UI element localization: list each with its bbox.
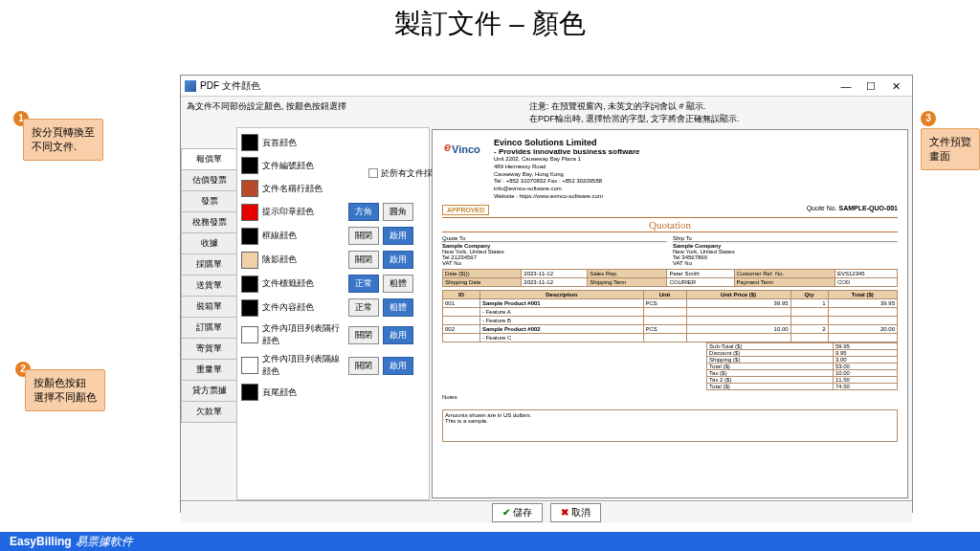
tab-proforma[interactable]: 估價發票	[181, 169, 236, 190]
instructions-right-1: 注意: 在預覽視窗內, 未英文的字詞會以 # 顯示.	[529, 100, 906, 113]
check-icon: ✔	[502, 507, 510, 518]
color-label: 文件編號顔色	[262, 160, 345, 172]
color-swatch[interactable]	[241, 326, 258, 343]
instructions-row: 為文件不同部份設定顏色, 按顏色按鈕選擇 注意: 在預覽視窗內, 未英文的字詞會…	[181, 97, 912, 127]
dialog-window: PDF 文件顔色 — ☐ ✕ 為文件不同部份設定顏色, 按顏色按鈕選擇 注意: …	[180, 75, 913, 513]
quote-to-block: Quote To Sample CompanyNew York, United …	[442, 235, 667, 266]
tab-packing-list[interactable]: 裝箱單	[181, 296, 236, 317]
color-swatch[interactable]	[241, 134, 258, 151]
callout-1: 按分頁轉換至 不同文件.	[23, 119, 103, 161]
option-btn-1[interactable]: 關閉	[348, 251, 379, 269]
document-type-title: Quotation	[442, 217, 898, 232]
apply-all-checkbox[interactable]	[368, 168, 378, 178]
meta-table: Date (${})2023-11-12Sales Rep.Peter Smit…	[442, 269, 898, 287]
option-btn-1[interactable]: 方角	[348, 203, 379, 221]
color-label: 框線顔色	[262, 230, 345, 242]
color-label: 文件內項目列表隔線顔色	[262, 353, 345, 378]
instructions-right: 注意: 在預覽視窗內, 未英文的字詞會以 # 顯示. 在PDF輸出時, 選擇恰當…	[529, 100, 906, 125]
color-row-7: 文件內容顔色正常粗體	[241, 298, 425, 317]
tab-debit-note[interactable]: 欠款單	[181, 401, 236, 423]
color-swatch[interactable]	[241, 276, 258, 293]
color-row-10: 頁尾顔色	[241, 384, 425, 401]
quote-number: Quote No. SAMPLE-QUO-001	[807, 205, 898, 211]
option-btn-2[interactable]: 啟用	[383, 227, 413, 245]
color-swatch[interactable]	[241, 204, 258, 221]
tab-credit-note[interactable]: 貸方票據	[181, 380, 236, 401]
titlebar: PDF 文件顔色 — ☐ ✕	[181, 76, 912, 97]
color-row-8: 文件內項目列表隔行顔色關閉啟用	[241, 322, 425, 347]
option-btn-2[interactable]: 圓角	[383, 203, 413, 221]
color-label: 提示印章顔色	[262, 206, 345, 218]
tab-purchase-order[interactable]: 採購單	[181, 253, 236, 275]
color-label: 文件內容顔色	[262, 301, 345, 314]
app-icon	[185, 80, 196, 92]
color-label: 頁尾顔色	[262, 386, 345, 399]
document-tabs: 報價單 估價發票 發票 稅務發票 收據 採購單 送貨單 裝箱單 訂購單 寄貨單 …	[181, 148, 236, 500]
tab-delivery-note[interactable]: 送貨單	[181, 275, 236, 296]
preview-company-tagline: - Provides innovative business software	[494, 147, 898, 156]
color-row-4: 框線顔色關閉啟用	[241, 227, 425, 245]
option-btn-1[interactable]: 正常	[348, 298, 379, 317]
window-title: PDF 文件顔色	[200, 79, 260, 93]
footer-bar: EasyBilling 易票據軟件	[0, 532, 980, 551]
color-label: 文件標籤顔色	[262, 277, 345, 290]
color-swatch[interactable]	[241, 252, 258, 269]
color-label: 頁首顔色	[262, 137, 345, 149]
tab-shipping[interactable]: 寄貨單	[181, 338, 236, 359]
color-row-3: 提示印章顔色方角圓角	[241, 203, 425, 221]
option-btn-1[interactable]: 關閉	[348, 357, 379, 375]
option-btn-1[interactable]: 關閉	[348, 326, 379, 344]
preview-logo: eVinco	[442, 138, 488, 165]
color-label: 文件內項目列表隔行顔色	[262, 322, 345, 347]
option-btn-2[interactable]: 粗體	[383, 275, 413, 293]
option-btn-1[interactable]: 正常	[348, 275, 379, 293]
approved-stamp: APPROVED	[442, 205, 489, 215]
color-row-2: 文件名稱行顔色	[241, 180, 425, 197]
preview-company-name: Evinco Solutions Limited	[494, 138, 898, 147]
tab-weight-list[interactable]: 重量單	[181, 359, 236, 380]
color-label: 文件名稱行顔色	[262, 183, 345, 195]
save-button[interactable]: ✔儲存	[492, 503, 543, 522]
tab-tax-invoice[interactable]: 稅務發票	[181, 211, 236, 232]
color-swatch[interactable]	[241, 357, 258, 374]
color-swatch[interactable]	[241, 299, 258, 317]
maximize-button[interactable]: ☐	[858, 77, 883, 95]
instructions-left: 為文件不同部份設定顏色, 按顏色按鈕選擇	[187, 100, 529, 125]
tab-invoice[interactable]: 發票	[181, 190, 236, 211]
notes-label: Notes	[442, 394, 898, 400]
color-label: 陰影顔色	[262, 253, 345, 266]
left-pane: 報價單 估價發票 發票 稅務發票 收據 採購單 送貨單 裝箱單 訂購單 寄貨單 …	[181, 127, 430, 500]
color-swatch[interactable]	[241, 228, 258, 245]
color-row-6: 文件標籤顔色正常粗體	[241, 275, 425, 293]
color-row-5: 陰影顔色關閉啟用	[241, 251, 425, 269]
preview-pane: eVinco Evinco Solutions Limited - Provid…	[432, 129, 908, 498]
tab-receipt[interactable]: 收據	[181, 232, 236, 253]
option-btn-2[interactable]: 啟用	[383, 251, 413, 269]
cross-icon: ✖	[561, 507, 568, 518]
bubble-3: 3	[921, 111, 936, 126]
apply-all-label: 於所有文件採用同一文件外觀	[381, 167, 430, 180]
footer-brand: EasyBilling	[10, 535, 72, 548]
callout-3: 文件預覽畫面	[921, 128, 980, 170]
color-row-9: 文件內項目列表隔線顔色關閉啟用	[241, 353, 425, 378]
minimize-button[interactable]: —	[834, 77, 858, 95]
color-swatch[interactable]	[241, 157, 258, 174]
tab-quotation[interactable]: 報價單	[181, 148, 236, 169]
option-btn-1[interactable]: 關閉	[348, 227, 379, 245]
ship-to-block: Ship To Sample CompanyNew York, United S…	[673, 235, 898, 266]
preview-address: Unit 2202, Causeway Bay Plaza 1489 Henne…	[494, 156, 898, 201]
color-swatch[interactable]	[241, 180, 258, 197]
items-table: IDDescriptionUnitUnit Price ($)QtyTotal …	[442, 290, 898, 342]
tab-ordering[interactable]: 訂購單	[181, 317, 236, 338]
close-button[interactable]: ✕	[883, 77, 908, 95]
color-swatch[interactable]	[241, 384, 258, 401]
color-settings-panel: 於所有文件採用同一文件外觀 頁首顔色文件編號顔色文件名稱行顔色提示印章顔色方角圓…	[236, 127, 430, 500]
callout-2: 按顏色按鈕 選擇不同顏色	[25, 369, 105, 411]
page-title: 製訂文件 – 顏色	[0, 0, 980, 46]
option-btn-2[interactable]: 啟用	[383, 326, 413, 344]
color-row-0: 頁首顔色	[241, 134, 425, 151]
cancel-button[interactable]: ✖取消	[550, 503, 601, 522]
option-btn-2[interactable]: 啟用	[383, 357, 413, 375]
option-btn-2[interactable]: 粗體	[383, 298, 413, 317]
footer-sub: 易票據軟件	[76, 534, 133, 550]
